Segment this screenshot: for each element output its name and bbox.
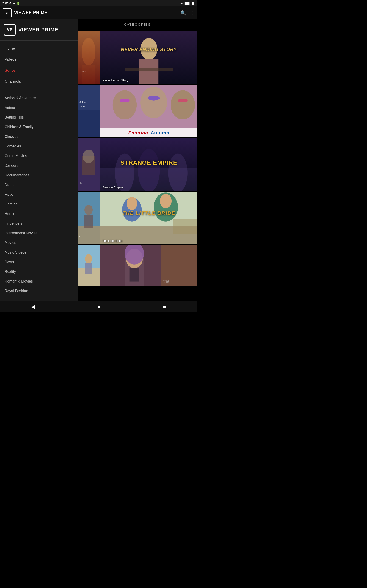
- strange-empire-subtitle: Strange Empire: [102, 186, 123, 189]
- sidebar-category-movies[interactable]: Movies: [0, 238, 77, 248]
- top-bar-actions: 🔍 ⋮: [181, 10, 194, 16]
- thumb-small-svg-3: rity: [77, 138, 100, 191]
- svg-text:rity: rity: [79, 182, 82, 184]
- sidebar-category-classics[interactable]: Classics: [0, 132, 77, 141]
- thumb-main-painting-autumn[interactable]: Painting Autumn: [100, 85, 197, 137]
- little-bride-bg: [100, 191, 197, 244]
- sidebar-category-international-movies[interactable]: International Movies: [0, 228, 77, 238]
- sidebar-category-fiction[interactable]: Fiction: [0, 190, 77, 199]
- sidebar-item-channels[interactable]: Channels: [0, 76, 77, 87]
- status-right: ▾▾▾ ▋▋▋ ▐▌: [179, 2, 195, 5]
- thumb-small-svg-2: Mohan Hearts: [77, 85, 100, 137]
- sidebar-category-comedies[interactable]: Comedies: [0, 141, 77, 151]
- thumb-main-strange-empire[interactable]: STRANGE EMPIRE Strange Empire: [100, 138, 197, 191]
- top-bar-title: VIEWER PRIME: [14, 10, 48, 15]
- battery-status-icon: ▐▌: [191, 2, 195, 5]
- thumb-row-never-ending-story: hearts: [77, 31, 197, 84]
- sidebar-nav: Home Videos Series Channels: [0, 41, 77, 89]
- thumb-main-5[interactable]: the: [100, 245, 197, 286]
- recent-button[interactable]: ■: [163, 304, 166, 310]
- svg-text:s: s: [79, 234, 80, 238]
- painting-autumn-overlay: Painting Autumn: [100, 128, 197, 137]
- sidebar-category-horror[interactable]: Horror: [0, 209, 77, 219]
- sidebar-category-royal-fashion[interactable]: Royal Fashion: [0, 286, 77, 296]
- thumb-small-svg-1: hearts: [77, 31, 100, 84]
- svg-text:hearts: hearts: [80, 70, 86, 73]
- thumb-small-1[interactable]: hearts: [77, 31, 100, 84]
- back-button[interactable]: ◀: [31, 304, 35, 310]
- svg-rect-52: [130, 268, 139, 282]
- sidebar-category-influencers[interactable]: Influencers: [0, 219, 77, 228]
- main-layout: VP VIEWER PRIME Home Videos Series Chann…: [0, 19, 197, 301]
- thumb-small-5[interactable]: [77, 245, 100, 286]
- svg-point-33: [84, 205, 93, 215]
- thumb-main-never-ending-story[interactable]: NEVER ENDING STORY Never Ending Story: [100, 31, 197, 84]
- never-ending-story-bg: [100, 31, 197, 84]
- top-bar: VP VIEWER PRIME 🔍 ⋮: [0, 6, 197, 19]
- time: 7:22: [2, 2, 8, 5]
- svg-rect-34: [84, 215, 93, 228]
- categories-label: CATEGORIES: [124, 23, 151, 26]
- svg-text:Mohan: Mohan: [79, 101, 86, 103]
- top-bar-logo-area: VP VIEWER PRIME: [3, 8, 181, 17]
- sidebar: VP VIEWER PRIME Home Videos Series Chann…: [0, 19, 77, 301]
- sidebar-category-reality[interactable]: Reality: [0, 267, 77, 277]
- thumb-small-4[interactable]: s: [77, 191, 100, 244]
- home-button[interactable]: ●: [98, 304, 100, 310]
- thumb-row-painting-autumn: Mohan Hearts: [77, 85, 197, 137]
- content-header: CATEGORIES: [77, 19, 197, 30]
- sidebar-item-series[interactable]: Series: [0, 65, 77, 76]
- sidebar-item-home[interactable]: Home: [0, 43, 77, 54]
- wifi-icon: ▾▾▾: [179, 2, 184, 5]
- thumb-row-5: the: [77, 245, 197, 286]
- main-content: CATEGORIES heart: [77, 19, 197, 301]
- sidebar-category-action-adventure[interactable]: Action & Adventure: [0, 93, 77, 103]
- sidebar-category-children-family[interactable]: Children & Family: [0, 122, 77, 132]
- svg-point-23: [83, 149, 94, 163]
- sidebar-category-crime-movies[interactable]: Crime Movies: [0, 151, 77, 161]
- search-icon[interactable]: 🔍: [181, 10, 186, 16]
- svg-point-39: [127, 197, 137, 210]
- thumb-main-little-bride[interactable]: THE LITTLE BRIDE The Little Bride: [100, 191, 197, 244]
- svg-text:Hearts: Hearts: [79, 105, 86, 108]
- sidebar-category-gaming[interactable]: Gaming: [0, 199, 77, 209]
- text-icon: A: [13, 2, 15, 5]
- top-bar-logo: VP: [3, 8, 12, 17]
- sidebar-item-videos[interactable]: Videos: [0, 54, 77, 65]
- svg-rect-12: [77, 110, 100, 137]
- thumb-row-little-bride: s THE LITT: [77, 191, 197, 244]
- sidebar-category-romantic-movies[interactable]: Romantic Movies: [0, 277, 77, 286]
- status-bar: 7:22 ⚙ A 🔋 ▾▾▾ ▋▋▋ ▐▌: [0, 0, 197, 6]
- signal-icon: ▋▋▋: [185, 2, 190, 5]
- never-ending-subtitle: Never Ending Story: [102, 78, 128, 82]
- little-bride-title-overlay: THE LITTLE BRIDE: [100, 210, 197, 216]
- thumb-small-svg-4: s: [77, 191, 100, 244]
- svg-rect-47: [85, 263, 92, 275]
- sidebar-divider: [4, 91, 74, 91]
- bottom-nav: ◀ ● ■: [0, 301, 197, 312]
- svg-rect-3: [77, 31, 100, 84]
- svg-rect-31: [77, 226, 100, 244]
- sidebar-category-drama[interactable]: Drama: [0, 180, 77, 190]
- thumb-small-2[interactable]: Mohan Hearts: [77, 85, 100, 137]
- sidebar-brand: VIEWER PRIME: [18, 27, 58, 33]
- sidebar-logo: VP: [4, 24, 16, 36]
- sidebar-category-anime[interactable]: Anime: [0, 103, 77, 112]
- sidebar-header: VP VIEWER PRIME: [0, 19, 77, 41]
- svg-point-46: [85, 254, 92, 263]
- thumb-small-3[interactable]: rity: [77, 138, 100, 191]
- sidebar-category-documentaries[interactable]: Documentaries: [0, 170, 77, 180]
- svg-rect-8: [125, 68, 173, 71]
- thumb-small-svg-5: [77, 245, 100, 286]
- little-bride-subtitle: The Little Bride: [102, 239, 122, 242]
- strange-empire-title: STRANGE EMPIRE: [100, 159, 197, 166]
- menu-icon[interactable]: ⋮: [190, 10, 194, 16]
- sidebar-category-music-videos[interactable]: Music Videos: [0, 248, 77, 257]
- never-ending-title: NEVER ENDING STORY: [100, 47, 197, 52]
- status-left: 7:22 ⚙ A 🔋: [2, 2, 20, 5]
- sidebar-category-dancers[interactable]: Dancers: [0, 161, 77, 170]
- thumb-row-strange-empire: rity: [77, 138, 197, 191]
- battery-icon: 🔋: [17, 2, 20, 5]
- sidebar-category-betting-tips[interactable]: Betting Tips: [0, 112, 77, 122]
- sidebar-category-news[interactable]: News: [0, 257, 77, 267]
